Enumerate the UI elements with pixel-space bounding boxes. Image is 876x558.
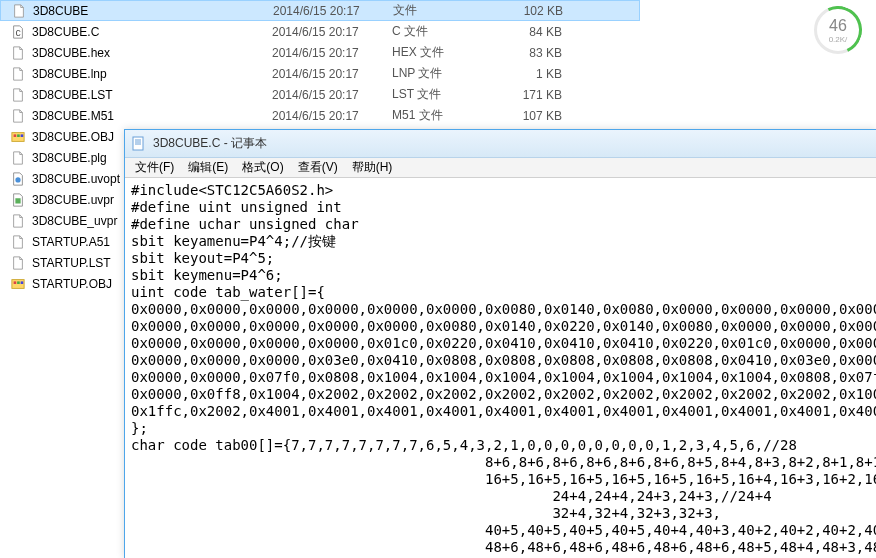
file-type: 文件 bbox=[393, 2, 493, 19]
file-date: 2014/6/15 20:17 bbox=[272, 109, 392, 123]
menu-item[interactable]: 编辑(E) bbox=[182, 158, 234, 177]
notepad-content[interactable]: #include<STC12C5A60S2.h> #define uint un… bbox=[127, 180, 876, 558]
file-type: LST 文件 bbox=[392, 86, 492, 103]
file-icon: c bbox=[10, 24, 26, 40]
svg-rect-6 bbox=[15, 198, 20, 203]
file-icon bbox=[10, 276, 26, 292]
file-row[interactable]: 3D8CUBE2014/6/15 20:17文件102 KB bbox=[0, 0, 640, 21]
file-name: 3D8CUBE bbox=[33, 4, 273, 18]
svg-rect-8 bbox=[14, 281, 17, 284]
file-date: 2014/6/15 20:17 bbox=[272, 88, 392, 102]
file-type: M51 文件 bbox=[392, 107, 492, 124]
notepad-window[interactable]: 3D8CUBE.C - 记事本 文件(F)编辑(E)格式(O)查看(V)帮助(H… bbox=[124, 129, 876, 558]
file-type: LNP 文件 bbox=[392, 65, 492, 82]
file-type: HEX 文件 bbox=[392, 44, 492, 61]
notepad-titlebar[interactable]: 3D8CUBE.C - 记事本 bbox=[125, 130, 876, 158]
file-name: 3D8CUBE.LST bbox=[32, 88, 272, 102]
gauge-sub: 0.2K/ bbox=[829, 35, 848, 44]
file-icon bbox=[10, 234, 26, 250]
file-size: 107 KB bbox=[492, 109, 562, 123]
svg-text:c: c bbox=[15, 25, 20, 37]
file-date: 2014/6/15 20:17 bbox=[272, 25, 392, 39]
file-row[interactable]: 3D8CUBE.lnp2014/6/15 20:17LNP 文件1 KB bbox=[0, 63, 640, 84]
svg-rect-3 bbox=[17, 134, 20, 137]
file-icon bbox=[10, 192, 26, 208]
file-row[interactable]: 3D8CUBE.hex2014/6/15 20:17HEX 文件83 KB bbox=[0, 42, 640, 63]
file-row[interactable]: 3D8CUBE.LST2014/6/15 20:17LST 文件171 KB bbox=[0, 84, 640, 105]
menu-item[interactable]: 帮助(H) bbox=[346, 158, 399, 177]
file-icon bbox=[10, 45, 26, 61]
file-icon bbox=[10, 87, 26, 103]
menu-item[interactable]: 文件(F) bbox=[129, 158, 180, 177]
performance-gauge: 46 0.2K/ bbox=[814, 6, 862, 54]
file-icon bbox=[10, 150, 26, 166]
file-icon bbox=[10, 213, 26, 229]
file-size: 171 KB bbox=[492, 88, 562, 102]
file-name: 3D8CUBE.lnp bbox=[32, 67, 272, 81]
svg-rect-10 bbox=[21, 281, 24, 284]
notepad-title: 3D8CUBE.C - 记事本 bbox=[153, 135, 267, 152]
file-name: 3D8CUBE.hex bbox=[32, 46, 272, 60]
gauge-value: 46 bbox=[829, 17, 847, 35]
file-date: 2014/6/15 20:17 bbox=[272, 46, 392, 60]
file-size: 84 KB bbox=[492, 25, 562, 39]
file-size: 102 KB bbox=[493, 4, 563, 18]
menu-item[interactable]: 查看(V) bbox=[292, 158, 344, 177]
file-icon bbox=[11, 3, 27, 19]
file-row[interactable]: c3D8CUBE.C2014/6/15 20:17C 文件84 KB bbox=[0, 21, 640, 42]
file-date: 2014/6/15 20:17 bbox=[273, 4, 393, 18]
file-date: 2014/6/15 20:17 bbox=[272, 67, 392, 81]
file-name: 3D8CUBE.C bbox=[32, 25, 272, 39]
svg-rect-2 bbox=[14, 134, 17, 137]
file-icon bbox=[10, 108, 26, 124]
file-name: 3D8CUBE.M51 bbox=[32, 109, 272, 123]
file-icon bbox=[10, 255, 26, 271]
notepad-menubar: 文件(F)编辑(E)格式(O)查看(V)帮助(H) bbox=[125, 158, 876, 178]
svg-point-5 bbox=[15, 177, 20, 182]
svg-rect-4 bbox=[21, 134, 24, 137]
svg-rect-9 bbox=[17, 281, 20, 284]
file-icon bbox=[10, 66, 26, 82]
file-icon bbox=[10, 129, 26, 145]
file-row[interactable]: 3D8CUBE.M512014/6/15 20:17M51 文件107 KB bbox=[0, 105, 640, 126]
file-type: C 文件 bbox=[392, 23, 492, 40]
menu-item[interactable]: 格式(O) bbox=[236, 158, 289, 177]
file-icon bbox=[10, 171, 26, 187]
file-size: 1 KB bbox=[492, 67, 562, 81]
notepad-icon bbox=[131, 136, 147, 152]
file-size: 83 KB bbox=[492, 46, 562, 60]
